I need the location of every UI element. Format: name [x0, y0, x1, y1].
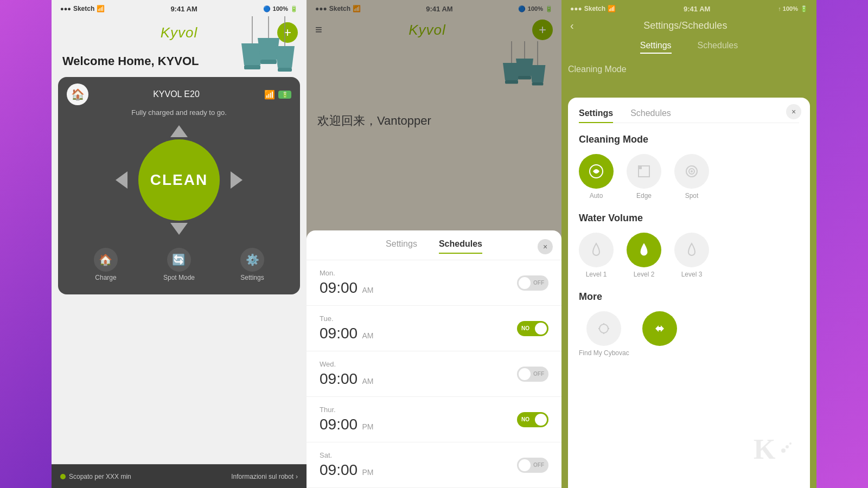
charge-label: Charge — [95, 274, 116, 281]
day-tue: Tue. — [320, 314, 374, 323]
water-level1[interactable]: Level 1 — [579, 233, 614, 278]
time-tue: 09:00 — [320, 325, 358, 342]
toggle-knob-mon — [519, 277, 531, 289]
screen3: ●●● Sketch 📶 9:41 AM ↑ 100% 🔋 ‹ Settings… — [561, 0, 816, 488]
edge-icon — [627, 154, 661, 189]
kyvol-watermark: K — [754, 432, 797, 466]
time-3: 9:41 AM — [684, 5, 710, 13]
ampm-mon: AM — [362, 286, 374, 294]
schedule-item-tue: Tue. 09:00 AM NO — [307, 306, 561, 351]
robot-card: 🏠 KYVOL E20 📶 🔋 Fully charged and ready … — [58, 77, 300, 294]
screen1: ●●● Sketch 📶 9:41 AM 🔵 100% 🔋 Kyvol + — [52, 0, 307, 488]
find-cybovac-label: Find My Cybovac — [579, 349, 629, 357]
svg-point-33 — [789, 442, 792, 445]
day-sat: Sat. — [320, 451, 374, 459]
charge-action[interactable]: 🏠 Charge — [94, 248, 118, 281]
screen2: ●●● Sketch 📶 9:41 AM 🔵 100% 🔋 ≡ Kyvol + — [307, 0, 561, 488]
ampm-sat: PM — [362, 468, 374, 477]
day-thur: Thur. — [320, 406, 374, 414]
app-name-3: Sketch — [584, 5, 605, 12]
back-button[interactable]: ‹ — [570, 20, 574, 32]
schedule-info-thur: Thur. 09:00 PM — [320, 406, 374, 433]
app-container: ●●● Sketch 📶 9:41 AM 🔵 100% 🔋 Kyvol + — [0, 0, 868, 488]
cleaning-auto[interactable]: Auto — [579, 154, 614, 200]
more-option-2[interactable] — [642, 311, 677, 357]
day-mon: Mon. — [320, 269, 374, 277]
settings-icon: ⚙️ — [240, 248, 264, 272]
find-cybovac[interactable]: Find My Cybovac — [579, 311, 629, 357]
spot-mode-action[interactable]: 🔄 Spot Mode — [163, 248, 195, 281]
arrow-left-btn[interactable] — [116, 171, 127, 189]
bluetooth-icon-1: 🔵 — [263, 5, 271, 12]
toggle-knob-sat — [519, 459, 531, 471]
arrow-up-btn[interactable] — [170, 125, 188, 137]
time-thur: 09:00 — [320, 416, 358, 433]
s3-tab-schedules[interactable]: Schedules — [698, 41, 738, 54]
edge-label: Edge — [636, 192, 652, 200]
water-level3-label: Level 3 — [681, 271, 703, 278]
battery-3: ↑ 100% — [778, 5, 798, 12]
water-level3[interactable]: Level 3 — [674, 233, 709, 278]
cleaning-spot[interactable]: Spot — [674, 154, 709, 200]
s3-tab-settings[interactable]: Settings — [640, 41, 672, 54]
modal-close-3[interactable]: × — [786, 104, 801, 119]
signal-icon-3: ●●● — [570, 5, 582, 12]
more-option-2-icon — [642, 311, 677, 346]
robot-wifi-icon: 📶 — [264, 89, 275, 100]
toggle-wed[interactable]: OFF — [517, 367, 548, 382]
robot-ready-text: Fully charged and ready to go. — [67, 108, 291, 117]
toggle-knob-thur — [535, 414, 547, 426]
cleaning-options: Auto Edge — [579, 154, 799, 200]
day-wed: Wed. — [320, 360, 374, 368]
toggle-knob-wed — [519, 368, 531, 380]
spot-mode-icon: 🔄 — [167, 248, 191, 272]
modal-sheet-2: × Settings Schedules Mon. 09:00 AM — [307, 230, 561, 488]
status-bar-left-3: ●●● Sketch 📶 — [570, 5, 616, 12]
toggle-thur[interactable]: NO — [517, 412, 548, 427]
robot-card-header: 🏠 KYVOL E20 📶 🔋 — [67, 84, 291, 105]
cleaning-edge[interactable]: Edge — [627, 154, 661, 200]
robot-battery: 🔋 — [278, 91, 291, 99]
bottom-actions: 🏠 Charge 🔄 Spot Mode ⚙️ Settings — [67, 241, 291, 286]
battery-icon-3: 🔋 — [800, 5, 808, 12]
cleaning-mode-hint: Cleaning Mode — [561, 60, 816, 79]
toggle-mon[interactable]: OFF — [517, 275, 548, 291]
water-options: Level 1 Level 2 Le — [579, 233, 799, 278]
tab-schedules-2[interactable]: Schedules — [439, 239, 482, 253]
footer-status: Scopato per XXX min — [60, 473, 131, 480]
toggle-tue[interactable]: NO — [517, 321, 548, 336]
footer-bar: Scopato per XXX min Informazioni sul rob… — [52, 464, 307, 488]
toggle-sat[interactable]: OFF — [517, 458, 548, 473]
footer-info-text: Informazioni sul robot — [231, 473, 293, 480]
schedule-item-sat: Sat. 09:00 PM OFF — [307, 442, 561, 488]
ampm-tue: AM — [362, 331, 374, 340]
wifi-icon-3: 📶 — [608, 5, 616, 12]
svg-text:K: K — [754, 434, 776, 464]
svg-marker-7 — [275, 46, 295, 68]
clean-button[interactable]: CLEAN — [138, 139, 220, 221]
water-level2[interactable]: Level 2 — [627, 233, 661, 278]
modal-tab-schedules[interactable]: Schedules — [630, 108, 671, 123]
more-options: Find My Cybovac — [579, 311, 799, 357]
screen3-top-tabs: Settings Schedules — [561, 41, 816, 60]
water-level1-icon — [579, 233, 614, 267]
schedule-item-wed: Wed. 09:00 AM OFF — [307, 351, 561, 397]
svg-rect-8 — [278, 68, 292, 72]
charge-icon: 🏠 — [94, 248, 118, 272]
schedule-item-thur: Thur. 09:00 PM NO — [307, 397, 561, 442]
ampm-wed: AM — [362, 377, 374, 386]
time-mon: 09:00 — [320, 279, 358, 296]
battery-pct-1: 100% — [273, 5, 288, 12]
schedule-info-mon: Mon. 09:00 AM — [320, 269, 374, 297]
tab-settings-2[interactable]: Settings — [386, 239, 417, 253]
status-bar-left-1: ●●● Sketch 📶 — [60, 5, 105, 12]
svg-point-19 — [595, 170, 598, 173]
footer-info[interactable]: Informazioni sul robot › — [231, 473, 298, 480]
time-sat: 09:00 — [320, 461, 358, 478]
arrow-down-btn[interactable] — [170, 223, 188, 235]
cleaning-mode-title: Cleaning Mode — [579, 134, 799, 145]
schedule-list: Mon. 09:00 AM OFF Tue. 09:00 — [307, 260, 561, 488]
settings-action[interactable]: ⚙️ Settings — [240, 248, 264, 281]
modal-tab-settings[interactable]: Settings — [579, 108, 613, 123]
arrow-right-btn[interactable] — [231, 171, 242, 189]
